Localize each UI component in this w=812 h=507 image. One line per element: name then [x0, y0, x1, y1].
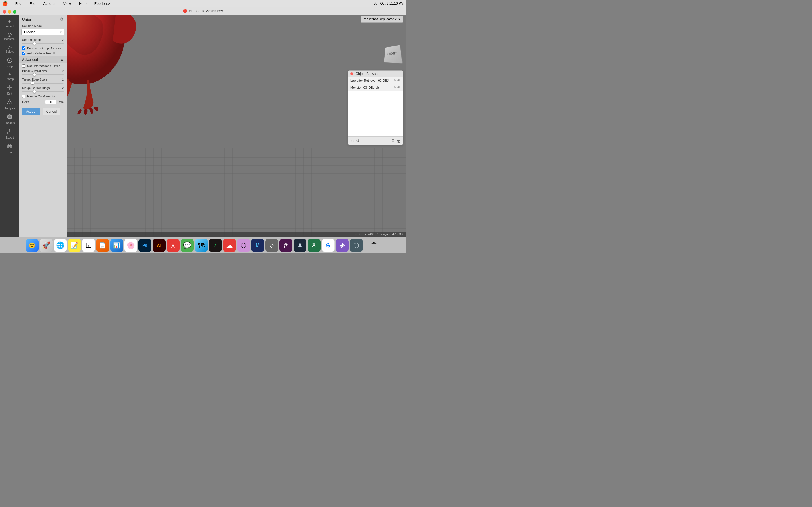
- delta-label: Delta: [22, 100, 29, 104]
- preview-iterations-slider[interactable]: [22, 74, 64, 75]
- solution-mode-label: Solution Mode: [19, 23, 66, 28]
- orientation-cube[interactable]: FRONT: [384, 45, 400, 62]
- advanced-section-header[interactable]: Advanced ▲: [19, 56, 66, 63]
- dock-rhino-icon: ◇: [269, 242, 274, 249]
- object-row-1[interactable]: Monster_03_OBJ.obj ✎ 👁: [348, 84, 403, 91]
- search-depth-slider[interactable]: [22, 43, 64, 44]
- dock-pages[interactable]: 📄: [96, 239, 109, 252]
- dock-app5-icon: ◈: [340, 241, 345, 249]
- dock-maya[interactable]: M: [251, 239, 264, 252]
- dock-wechat[interactable]: 💬: [181, 239, 194, 252]
- dock-photos[interactable]: 🌸: [124, 239, 137, 252]
- menubar-file[interactable]: File: [28, 1, 37, 6]
- tool-import[interactable]: ＋ Import: [1, 17, 18, 30]
- ob-delete-icon[interactable]: 🗑: [397, 138, 401, 143]
- close-button[interactable]: [3, 10, 6, 13]
- dock-launchpad[interactable]: 🚀: [40, 239, 53, 252]
- dock-app4[interactable]: ⬡: [237, 239, 250, 252]
- dock-app3[interactable]: ☁: [223, 239, 236, 252]
- auto-reduce-checkbox[interactable]: [22, 52, 26, 55]
- dock-app6[interactable]: ⬡: [350, 239, 363, 252]
- dock-slack[interactable]: #: [280, 239, 292, 252]
- titlebar-icon: 🔴: [183, 9, 187, 13]
- dock-safari[interactable]: ⊕: [322, 239, 335, 252]
- target-edge-scale-value: 1: [62, 78, 64, 81]
- maximize-button[interactable]: [13, 10, 16, 13]
- apple-menu[interactable]: 🍎: [2, 1, 8, 6]
- dock-pages-icon: 📄: [99, 242, 106, 249]
- use-intersection-checkbox[interactable]: [22, 64, 26, 68]
- dock-photoshop[interactable]: Ps: [139, 239, 151, 252]
- ob-layers-icon[interactable]: ⊕: [350, 138, 354, 143]
- object-browser-close[interactable]: [350, 72, 353, 75]
- tool-stamp-label: Stamp: [6, 77, 14, 80]
- tool-print[interactable]: Print: [1, 142, 18, 156]
- object-name-1: Monster_03_OBJ.obj: [350, 86, 393, 89]
- tool-select[interactable]: ▷ Select: [1, 43, 18, 55]
- left-sidebar: ＋ Import ◎ Meshmix ▷ Select Sculpt ✦ Sta…: [0, 15, 19, 237]
- menubar-help[interactable]: Help: [77, 1, 88, 6]
- eye-icon-1[interactable]: 👁: [397, 86, 401, 90]
- tool-shaders[interactable]: Shaders: [1, 112, 18, 126]
- dock-photoshop-icon: Ps: [142, 243, 147, 247]
- printer-selector[interactable]: Makerbot Replicator 2 ▾: [361, 16, 403, 22]
- dock-app5[interactable]: ◈: [336, 239, 349, 252]
- svg-rect-4: [10, 88, 12, 90]
- menubar-app-name[interactable]: File: [13, 1, 23, 6]
- cancel-button[interactable]: Cancel: [43, 108, 60, 115]
- object-browser-header: Object Browser: [348, 71, 403, 77]
- dock-excel[interactable]: X: [308, 239, 320, 252]
- dock-notes[interactable]: 📝: [68, 239, 81, 252]
- target-thumb[interactable]: [31, 81, 34, 85]
- dock-maps[interactable]: 🗺: [195, 239, 208, 252]
- svg-rect-12: [8, 144, 11, 145]
- merge-thumb[interactable]: [33, 90, 36, 93]
- tool-edit[interactable]: Edit: [1, 83, 18, 97]
- preserve-group-borders-checkbox[interactable]: [22, 47, 26, 50]
- object-row-0[interactable]: Labrador-Retriever_02.OBJ ✎ 👁: [348, 77, 403, 84]
- select-icon: ▷: [8, 45, 11, 50]
- edit-icon-1[interactable]: ✎: [393, 86, 396, 90]
- dock-chrome[interactable]: 🌐: [54, 239, 67, 252]
- dock-illustrator[interactable]: Ai: [153, 239, 165, 252]
- preview-thumb[interactable]: [33, 73, 36, 76]
- accept-button[interactable]: Accept: [22, 108, 40, 115]
- menubar-feedback[interactable]: Feedback: [93, 1, 112, 6]
- dock-spotify[interactable]: ♪: [209, 239, 222, 252]
- preview-iterations-value: 2: [62, 69, 64, 73]
- panel-gear-icon[interactable]: ⚙: [60, 17, 64, 21]
- menubar-view[interactable]: View: [61, 1, 73, 6]
- ob-copy-icon[interactable]: ⧉: [392, 138, 395, 143]
- delta-unit: mm: [59, 100, 64, 104]
- tool-sculpt[interactable]: Sculpt: [1, 55, 18, 69]
- dock-finder[interactable]: 😊: [26, 239, 39, 252]
- minimize-button[interactable]: [8, 10, 11, 13]
- dock-notes-icon: 📝: [70, 242, 78, 249]
- ob-refresh-icon[interactable]: ↺: [356, 138, 359, 143]
- cube-face-front: FRONT: [384, 45, 403, 64]
- dock-trash[interactable]: 🗑: [368, 239, 380, 252]
- merge-border-slider[interactable]: [22, 91, 64, 92]
- tool-meshmix[interactable]: ◎ Meshmix: [1, 30, 18, 42]
- tool-stamp[interactable]: ✦ Stamp: [1, 70, 18, 82]
- solution-mode-dropdown[interactable]: Precise ▾: [21, 29, 64, 36]
- dock-reminders[interactable]: ☑: [82, 239, 95, 252]
- dock-steam[interactable]: ♟: [294, 239, 306, 252]
- dock-keynote[interactable]: 📊: [110, 239, 123, 252]
- menubar-right: Sun Oct 3 11:16 PM: [373, 1, 404, 5]
- menubar-actions[interactable]: Actions: [42, 1, 57, 6]
- dock-chrome-icon: 🌐: [56, 241, 64, 249]
- edit-icon-0[interactable]: ✎: [393, 78, 396, 82]
- target-edge-slider[interactable]: [22, 82, 64, 83]
- tool-sculpt-label: Sculpt: [6, 65, 13, 68]
- eye-icon-0[interactable]: 👁: [397, 78, 401, 82]
- delta-input[interactable]: [45, 100, 56, 104]
- auto-reduce-row: Auto-Reduce Result: [19, 51, 66, 56]
- tool-export[interactable]: Export: [1, 127, 18, 141]
- dock-rhino[interactable]: ◇: [265, 239, 278, 252]
- dock-slack-icon: #: [284, 241, 288, 249]
- dock-app1[interactable]: 文: [167, 239, 180, 252]
- search-depth-thumb[interactable]: [33, 42, 36, 45]
- handle-coplanarity-checkbox[interactable]: [22, 95, 26, 98]
- tool-analysis[interactable]: Analysis: [1, 98, 18, 112]
